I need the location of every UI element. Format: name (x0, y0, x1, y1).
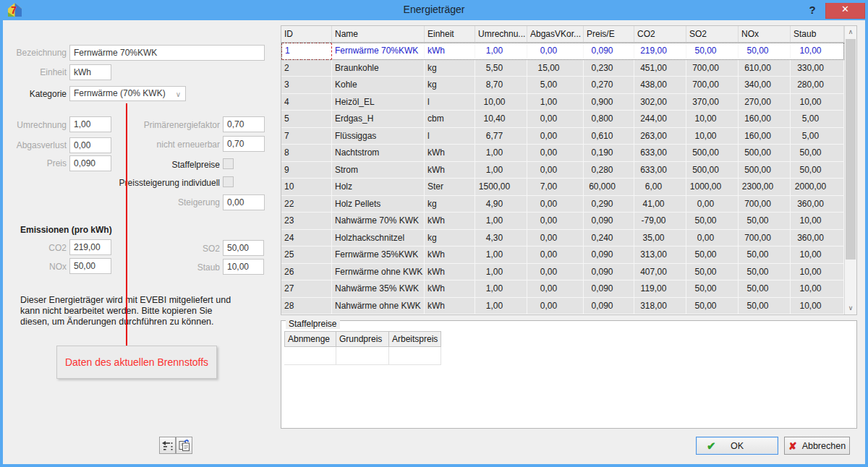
table-row[interactable]: 7Flüssiggasl6,770,000,610263,0010,00160,… (281, 128, 844, 145)
scrollbar-thumb[interactable] (846, 39, 856, 260)
table-cell: 4,90 (475, 196, 527, 213)
table-cell: 0,090 (584, 298, 634, 315)
primaerenergiefaktor-label: Primärenergiefaktor (87, 120, 220, 130)
table-cell: 500,00 (686, 145, 739, 162)
table-row[interactable]: 22Holz Pelletskg4,900,000,29041,000,0070… (281, 196, 844, 213)
table-scrollbar[interactable]: ∧ ∨ (844, 26, 856, 314)
preissteigerung-checkbox[interactable] (223, 176, 234, 187)
table-cell: 10,00 (791, 247, 844, 264)
staffel-column-grundpreis[interactable]: Grundpreis (336, 331, 389, 347)
table-row[interactable]: 2Braunkohlekg5,5015,000,230451,00700,006… (281, 60, 844, 77)
table-cell: 700,00 (739, 196, 791, 213)
table-row[interactable]: 24Holzhackschnitzelkg4,300,000,24035,000… (281, 230, 844, 247)
table-row[interactable]: 4Heizöl_ELl10,001,000,900302,00370,00270… (281, 94, 844, 111)
table-row[interactable]: 3Kohlekg8,705,000,270438,00700,00340,002… (281, 77, 844, 94)
copy-button[interactable] (176, 437, 192, 454)
x-icon: ✘ (788, 440, 797, 452)
table-cell: 160,00 (739, 111, 791, 128)
ok-button[interactable]: ✔ OK (696, 437, 778, 455)
table-cell: kg (425, 196, 475, 213)
column-header-umrechnung[interactable]: Umrechnu... (475, 26, 527, 42)
table-cell: 24 (281, 230, 332, 247)
table-row[interactable]: 26Fernwärme ohne KWKkWh1,000,000,090407,… (281, 264, 844, 281)
scroll-up-icon[interactable]: ∧ (845, 26, 856, 38)
kategorie-value: Fernwärme (70% KWK) (74, 88, 166, 98)
staffel-column-arbeitspreis[interactable]: Arbeitspreis (389, 331, 441, 347)
table-cell: 35,00 (634, 230, 686, 247)
table-cell: kWh (425, 145, 475, 162)
table-cell: 4,30 (475, 230, 527, 247)
column-header-preis[interactable]: Preis/E (584, 26, 634, 42)
table-cell: 10,40 (475, 111, 527, 128)
table-cell: 0,00 (527, 128, 584, 145)
staffel-empty-cell[interactable] (284, 347, 336, 365)
scroll-down-icon[interactable]: ∨ (845, 302, 856, 314)
table-cell: 6,77 (475, 128, 527, 145)
primaerenergiefaktor-field[interactable]: 0,70 (223, 116, 265, 132)
table-row[interactable]: 1Fernwärme 70%KWKkWh1,000,000,090219,005… (281, 43, 844, 60)
table-cell: l (425, 128, 475, 145)
table-row[interactable]: 8NachtstromkWh1,000,000,190633,00500,005… (281, 145, 844, 162)
column-header-abgasvkorrektur[interactable]: AbgasVKor... (527, 26, 584, 42)
table-cell: 0,900 (584, 94, 634, 111)
table-cell: 7 (281, 128, 332, 145)
emissionen-header: Emissionen (pro kWh) (20, 225, 112, 235)
staffelpreise-checkbox[interactable] (223, 158, 234, 169)
table-cell: kWh (425, 43, 475, 60)
table-cell: 1,00 (475, 213, 527, 230)
table-cell: 10,00 (686, 111, 739, 128)
bezeichnung-label: Bezeichnung (3, 48, 67, 58)
kategorie-dropdown[interactable]: Fernwärme (70% KWK) ∨ (69, 86, 186, 101)
table-cell: 438,00 (634, 77, 686, 94)
column-header-id[interactable]: ID (281, 26, 332, 42)
column-header-so2[interactable]: SO2 (686, 26, 739, 42)
table-cell: 1,00 (475, 247, 527, 264)
table-row[interactable]: 28Nahwärme ohne KWKkWh1,000,000,090318,0… (281, 298, 844, 315)
table-cell: 1,00 (475, 298, 527, 315)
table-cell: 0,270 (584, 77, 634, 94)
table-cell: 50,00 (686, 247, 739, 264)
steigerung-field[interactable]: 0,00 (223, 194, 265, 210)
so2-field[interactable]: 50,00 (223, 240, 264, 256)
table-cell: Strom (332, 162, 425, 179)
staffel-column-abnmenge[interactable]: Abnmenge (284, 331, 336, 347)
table-cell: 360,00 (791, 230, 844, 247)
staub-field[interactable]: 10,00 (223, 259, 264, 275)
table-cell: 633,00 (634, 145, 686, 162)
staffel-empty-cell[interactable] (336, 347, 389, 365)
einheit-field[interactable]: kWh (69, 64, 111, 80)
table-cell: Nahwärme 35% KWK (332, 280, 425, 298)
table-cell: 244,00 (634, 111, 686, 128)
table-row[interactable]: 10HolzSter1500,007,0060,0006,001000,0023… (281, 179, 844, 196)
close-button[interactable]: ✕ (825, 0, 865, 19)
column-header-einheit[interactable]: Einheit (425, 26, 475, 42)
table-cell: kWh (425, 162, 475, 179)
table-cell: 27 (281, 280, 332, 298)
staffelpreise-table: Abnmenge Grundpreis Arbeitspreis (284, 331, 441, 365)
cancel-button[interactable]: ✘ Abbrechen (784, 437, 850, 455)
column-header-staub[interactable]: Staub (791, 26, 844, 42)
table-cell: kWh (425, 213, 475, 230)
staffel-empty-cell[interactable] (389, 347, 441, 365)
transfer-values-button[interactable] (159, 437, 176, 454)
table-row[interactable]: 9StromkWh1,000,000,280633,00500,00500,00… (281, 162, 844, 179)
table-cell: 6,00 (634, 179, 686, 196)
bezeichnung-field[interactable]: Fernwärme 70%KWK (69, 45, 265, 61)
nicht-erneuerbar-field[interactable]: 0,70 (223, 136, 265, 152)
table-row[interactable]: 25Fernwärme 35%KWKkWh1,000,000,090313,00… (281, 247, 844, 264)
table-row[interactable]: 5Erdgas_Hcbm10,400,000,800244,0010,00160… (281, 111, 844, 128)
table-row[interactable]: 27Nahwärme 35% KWKkWh1,000,000,090119,00… (281, 280, 844, 298)
column-header-nox[interactable]: NOx (739, 26, 791, 42)
preissteigerung-checkbox-label: Preissteigerung individuell (87, 178, 220, 188)
column-header-co2[interactable]: CO2 (634, 26, 686, 42)
column-header-name[interactable]: Name (332, 26, 425, 42)
table-cell: 2000,00 (791, 179, 844, 196)
table-cell: 50,00 (686, 280, 739, 298)
help-button[interactable]: ? (804, 1, 820, 19)
table-cell: 22 (281, 196, 332, 213)
table-row[interactable]: 23Nahwärme 70% KWKkWh1,000,000,090-79,00… (281, 213, 844, 230)
table-cell: 330,00 (791, 60, 844, 77)
table-cell: 0,610 (584, 128, 634, 145)
table-header: ID Name Einheit Umrechnu... AbgasVKor...… (281, 26, 856, 43)
table-cell: Braunkohle (332, 60, 425, 77)
